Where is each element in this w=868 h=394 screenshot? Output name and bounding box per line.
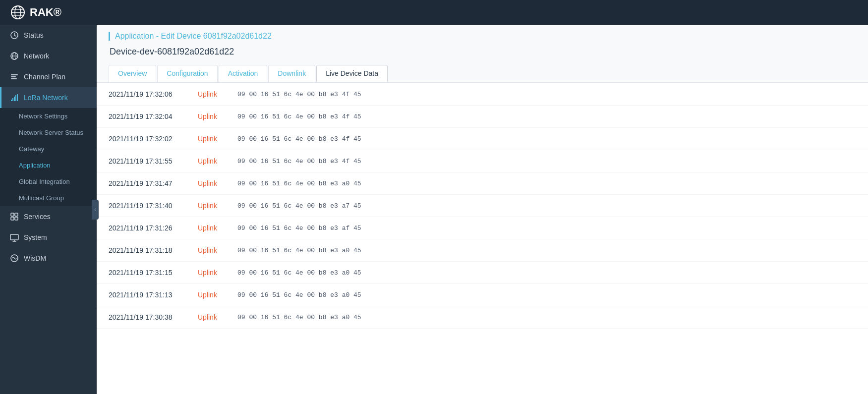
table-row: 2021/11/19 17:31:26 Uplink 09 00 16 51 6… [97,217,868,239]
network-icon [10,52,19,60]
svg-rect-14 [14,97,15,101]
row-timestamp: 2021/11/19 17:31:15 [109,269,198,277]
row-hex: 09 00 16 51 6c 4e 00 b8 e3 a0 45 [237,269,361,277]
sidebar-item-system[interactable]: System [0,227,97,248]
svg-rect-10 [11,76,16,77]
sidebar-submenu-network-server-status[interactable]: Network Server Status [0,124,97,141]
row-type: Uplink [198,90,237,98]
row-hex: 09 00 16 51 6c 4e 00 b8 e3 4f 45 [237,113,361,120]
row-type: Uplink [198,202,237,210]
row-timestamp: 2021/11/19 17:31:40 [109,202,198,210]
table-row: 2021/11/19 17:32:02 Uplink 09 00 16 51 6… [97,128,868,150]
row-timestamp: 2021/11/19 17:31:13 [109,291,198,299]
row-hex: 09 00 16 51 6c 4e 00 b8 e3 a0 45 [237,247,361,254]
row-type: Uplink [198,135,237,143]
row-timestamp: 2021/11/19 17:32:06 [109,90,198,98]
row-hex: 09 00 16 51 6c 4e 00 b8 e3 af 45 [237,225,361,232]
table-row: 2021/11/19 17:30:38 Uplink 09 00 16 51 6… [97,306,868,329]
status-icon [10,31,19,40]
svg-rect-18 [15,213,18,216]
row-type: Uplink [198,157,237,165]
tab-configuration[interactable]: Configuration [157,65,217,82]
device-name: Device-dev-6081f92a02d61d22 [109,47,856,57]
row-hex: 09 00 16 51 6c 4e 00 b8 e3 4f 45 [237,91,361,98]
tab-activation[interactable]: Activation [219,65,268,82]
row-hex: 09 00 16 51 6c 4e 00 b8 e3 4f 45 [237,135,361,143]
table-row: 2021/11/19 17:32:06 Uplink 09 00 16 51 6… [97,83,868,106]
sidebar-item-status[interactable]: Status [0,25,97,46]
topbar: RAK® [0,0,868,25]
svg-rect-16 [17,94,18,101]
row-type: Uplink [198,179,237,187]
row-hex: 09 00 16 51 6c 4e 00 b8 e3 a0 45 [237,314,361,321]
row-type: Uplink [198,291,237,299]
svg-rect-9 [11,74,18,75]
row-timestamp: 2021/11/19 17:31:55 [109,157,198,165]
table-row: 2021/11/19 17:31:15 Uplink 09 00 16 51 6… [97,262,868,284]
sidebar-submenu-global-integration[interactable]: Global Integration [0,173,97,190]
row-type: Uplink [198,246,237,254]
table-row: 2021/11/19 17:31:47 Uplink 09 00 16 51 6… [97,172,868,195]
sidebar-item-lora-network[interactable]: LoRa Network [0,87,97,108]
sidebar-submenu-network-settings[interactable]: Network Settings [0,108,97,124]
svg-rect-21 [10,234,18,240]
breadcrumb: Application - Edit Device 6081f92a02d61d… [109,32,856,41]
row-type: Uplink [198,313,237,321]
svg-rect-20 [15,217,18,220]
live-data-area: 2021/11/19 17:32:06 Uplink 09 00 16 51 6… [97,83,868,394]
tab-downlink[interactable]: Downlink [268,65,315,82]
row-timestamp: 2021/11/19 17:30:38 [109,313,198,321]
row-hex: 09 00 16 51 6c 4e 00 b8 e3 a0 45 [237,180,361,187]
row-hex: 09 00 16 51 6c 4e 00 b8 e3 a7 45 [237,202,361,210]
sidebar-submenu-lora: Network Settings Network Server Status G… [0,108,97,206]
table-row: 2021/11/19 17:31:18 Uplink 09 00 16 51 6… [97,239,868,262]
table-row: 2021/11/19 17:31:40 Uplink 09 00 16 51 6… [97,195,868,217]
sidebar-submenu-multicast-group[interactable]: Multicast Group [0,190,97,206]
wisdm-icon [10,254,19,263]
row-timestamp: 2021/11/19 17:31:26 [109,224,198,232]
system-icon [10,233,19,242]
row-timestamp: 2021/11/19 17:32:04 [109,113,198,120]
row-type: Uplink [198,269,237,277]
sidebar-collapse-handle[interactable]: ‹ [92,200,97,220]
main-layout: Status Network Channel Plan [0,25,868,394]
table-row: 2021/11/19 17:32:04 Uplink 09 00 16 51 6… [97,106,868,128]
sidebar-item-wisdm[interactable]: WisDM [0,248,97,269]
svg-rect-19 [11,217,14,220]
table-row: 2021/11/19 17:31:13 Uplink 09 00 16 51 6… [97,284,868,306]
logo: RAK® [10,4,61,20]
globe-icon [10,4,26,20]
sidebar-item-network[interactable]: Network [0,46,97,66]
services-icon [10,212,19,221]
svg-rect-11 [11,78,17,79]
row-timestamp: 2021/11/19 17:31:47 [109,179,198,187]
svg-rect-15 [15,95,16,101]
table-row: 2021/11/19 17:31:55 Uplink 09 00 16 51 6… [97,150,868,172]
sidebar: Status Network Channel Plan [0,25,97,394]
tabs-bar: Overview Configuration Activation Downli… [109,65,856,82]
sidebar-item-channel-plan[interactable]: Channel Plan [0,66,97,87]
svg-rect-12 [11,100,12,101]
sidebar-submenu-gateway[interactable]: Gateway [0,141,97,157]
row-timestamp: 2021/11/19 17:31:18 [109,246,198,254]
channel-icon [10,72,19,81]
logo-text: RAK® [30,6,61,19]
row-hex: 09 00 16 51 6c 4e 00 b8 e3 4f 45 [237,158,361,165]
row-timestamp: 2021/11/19 17:32:02 [109,135,198,143]
tab-overview[interactable]: Overview [109,65,156,82]
tab-live-device-data[interactable]: Live Device Data [316,65,388,82]
svg-rect-17 [11,213,14,216]
svg-rect-13 [12,98,13,101]
row-hex: 09 00 16 51 6c 4e 00 b8 e3 a0 45 [237,291,361,299]
row-type: Uplink [198,224,237,232]
row-type: Uplink [198,113,237,120]
lora-icon [10,93,19,102]
content-area: Application - Edit Device 6081f92a02d61d… [97,25,868,394]
sidebar-item-services[interactable]: Services [0,206,97,227]
page-header: Application - Edit Device 6081f92a02d61d… [97,25,868,83]
sidebar-submenu-application[interactable]: Application [0,157,97,173]
